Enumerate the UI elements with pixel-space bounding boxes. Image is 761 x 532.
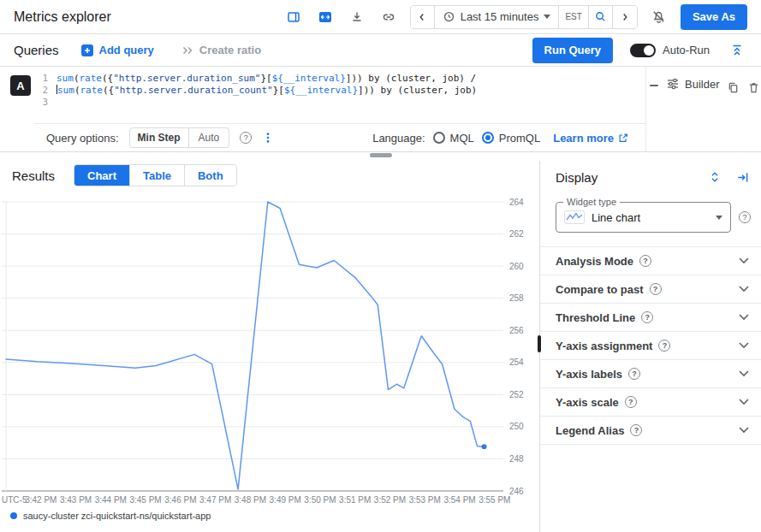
results-view-tabs: Chart Table Both (74, 164, 237, 186)
queries-title: Queries (14, 43, 59, 57)
min-step-control[interactable]: Min Step Auto (129, 127, 230, 148)
auto-run-toggle[interactable] (630, 44, 656, 57)
language-option-promql[interactable]: PromQL (482, 132, 540, 145)
more-options-icon[interactable] (262, 131, 274, 145)
widget-type-label: Widget type (563, 197, 620, 207)
section-label: Analysis Mode (556, 255, 651, 268)
display-sections: Analysis ModeCompare to pastThreshold Li… (540, 246, 761, 445)
section-label: Threshold Line (556, 311, 653, 324)
chevron-down-icon (739, 286, 749, 293)
section-label: Y-axis labels (556, 368, 640, 381)
chevron-down-icon (739, 370, 749, 377)
svg-text:3:44 PM: 3:44 PM (95, 495, 127, 505)
download-icon[interactable] (347, 7, 367, 27)
display-section-y-axis-labels[interactable]: Y-axis labels (540, 360, 761, 388)
results-panel: Results Chart Table Both 246248250252254… (0, 161, 539, 532)
chevron-down-icon (739, 427, 749, 434)
svg-text:3:51 PM: 3:51 PM (339, 495, 371, 505)
line-number: 2 (34, 85, 56, 97)
time-range-selector[interactable]: Last 15 minutes (435, 6, 560, 28)
pane-resize-icon[interactable] (650, 85, 658, 86)
help-icon (650, 283, 662, 295)
language-selector: Language: MQL PromQL Learn more (372, 131, 633, 145)
external-link-icon (618, 133, 628, 143)
results-title: Results (12, 168, 55, 183)
results-tab-table[interactable]: Table (130, 165, 185, 186)
svg-text:262: 262 (509, 229, 524, 239)
svg-text:3:50 PM: 3:50 PM (304, 495, 336, 505)
svg-text:264: 264 (509, 198, 524, 207)
fullscreen-icon[interactable] (315, 7, 336, 27)
add-query-button[interactable]: Add query (76, 43, 159, 57)
query-options-label: Query options: (46, 132, 119, 145)
display-section-compare-to-past[interactable]: Compare to past (540, 275, 761, 304)
plus-icon (81, 44, 93, 56)
help-icon (658, 340, 670, 352)
toggle-knob (644, 45, 654, 56)
pane-drag-handle[interactable] (370, 153, 392, 157)
panel-toggle-icon[interactable] (283, 7, 304, 27)
learn-more-link[interactable]: Learn more (548, 131, 633, 145)
create-ratio-button[interactable]: Create ratio (176, 43, 266, 57)
help-icon[interactable] (739, 211, 751, 223)
results-chart[interactable]: 246248250252254256258260262264UTC-53:42 … (0, 190, 538, 508)
display-section-y-axis-assignment[interactable]: Y-axis assignment (540, 332, 761, 360)
copy-icon[interactable] (727, 77, 740, 98)
search-button[interactable] (589, 6, 613, 28)
svg-text:3:52 PM: 3:52 PM (374, 495, 406, 505)
section-label: Compare to past (556, 283, 662, 296)
help-icon[interactable] (240, 132, 252, 144)
svg-text:3:49 PM: 3:49 PM (270, 495, 301, 505)
expand-all-icon[interactable] (706, 167, 723, 187)
delete-icon[interactable] (747, 77, 760, 98)
collapse-editor-icon[interactable] (727, 40, 747, 61)
collapse-panel-icon[interactable] (734, 167, 751, 187)
time-back-button[interactable] (411, 6, 435, 28)
chart-legend[interactable]: saucy-cluster zci-quickstart-ns/quicksta… (0, 508, 539, 523)
legend-series-dot (10, 512, 17, 519)
auto-run-control: Auto-Run (630, 44, 710, 57)
time-forward-button[interactable] (613, 6, 637, 28)
display-section-y-axis-scale[interactable]: Y-axis scale (540, 388, 761, 417)
radio-icon (433, 132, 445, 144)
caret-down-icon (716, 216, 722, 220)
line-number: 3 (34, 97, 56, 109)
display-section-threshold-line[interactable]: Threshold Line (540, 304, 761, 332)
language-option-mql[interactable]: MQL (433, 132, 474, 145)
results-tab-chart[interactable]: Chart (74, 165, 130, 186)
caret-down-icon (544, 15, 550, 19)
double-arrow-icon (181, 44, 193, 56)
section-label: Legend Alias (556, 424, 642, 437)
page-title: Metrics explorer (14, 9, 111, 25)
run-query-button[interactable]: Run Query (532, 38, 613, 63)
time-range-label: Last 15 minutes (461, 10, 539, 23)
save-as-button[interactable]: Save As (681, 4, 747, 30)
display-title: Display (556, 170, 696, 185)
chevron-down-icon (739, 399, 749, 405)
code-editor[interactable]: 1sum(rate({"http.server.duration_sum"}[$… (34, 67, 645, 123)
alerting-disabled-icon[interactable] (649, 7, 669, 27)
widget-type-row: Widget type Line chart (540, 193, 761, 246)
svg-text:246: 246 (509, 487, 524, 496)
link-icon[interactable] (378, 7, 399, 27)
widget-type-select[interactable]: Widget type Line chart (556, 202, 731, 233)
chevron-down-icon (739, 314, 749, 321)
panel-resize-handle[interactable] (538, 335, 541, 352)
code-line: 3 (34, 97, 645, 109)
top-app-bar: Metrics explorer Last 15 minutes EST (0, 0, 761, 34)
timezone-label: EST (559, 6, 588, 28)
results-tab-both[interactable]: Both (185, 165, 236, 186)
display-panel: Display Widget type Line chart Analysis … (539, 161, 761, 532)
results-header: Results Chart Table Both (0, 161, 539, 190)
svg-text:248: 248 (509, 454, 524, 464)
display-section-legend-alias[interactable]: Legend Alias (540, 417, 761, 445)
builder-button[interactable]: Builder (666, 77, 719, 91)
svg-text:254: 254 (509, 358, 524, 367)
svg-text:3:43 PM: 3:43 PM (60, 495, 92, 505)
line-number: 1 (34, 73, 56, 85)
display-section-analysis-mode[interactable]: Analysis Mode (540, 247, 761, 275)
svg-text:3:46 PM: 3:46 PM (164, 495, 196, 505)
language-label: Language: (372, 132, 425, 145)
min-step-value: Auto (189, 127, 230, 148)
queries-bar: Queries Add query Create ratio Run Query… (0, 34, 761, 67)
